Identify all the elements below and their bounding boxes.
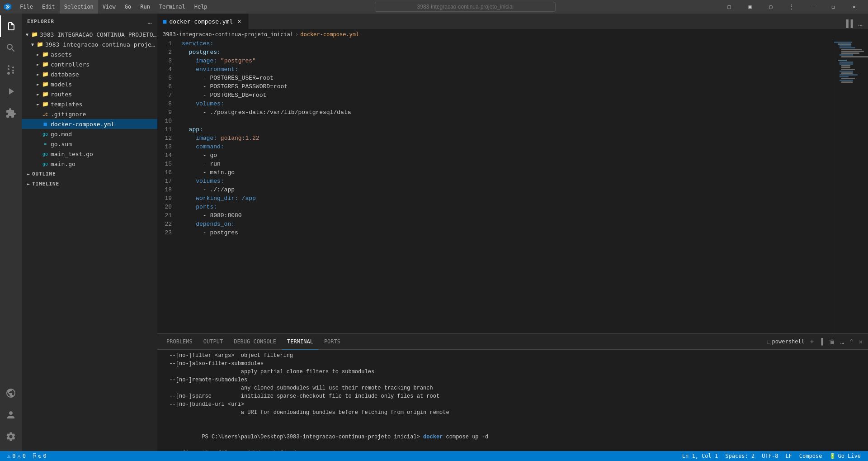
terminal-maximize-icon[interactable]: ⌃	[848, 337, 855, 346]
line-num-4: 4	[157, 65, 175, 74]
gosum-file-icon: =	[42, 140, 49, 147]
status-eol[interactable]: LF	[782, 451, 795, 461]
code-line-10	[182, 117, 832, 125]
extensions-icon[interactable]	[0, 102, 22, 124]
search-icon[interactable]	[0, 37, 22, 59]
sidebar-item-gomod[interactable]: ► go go.mod	[22, 129, 157, 139]
sidebar-item-assets[interactable]: ► 📁 assets	[22, 49, 157, 59]
tab-debug-console[interactable]: DEBUG CONSOLE	[228, 334, 282, 350]
term-args: compose up -d	[443, 434, 488, 440]
line-num-9: 9	[157, 108, 175, 117]
sidebar-item-models[interactable]: ► 📁 models	[22, 79, 157, 89]
sidebar-item-docker-compose[interactable]: ► ■ docker-compose.yml	[22, 119, 157, 129]
new-file-icon[interactable]: …	[147, 17, 152, 26]
split-terminal-icon[interactable]: ▐	[817, 337, 825, 346]
models-chevron-icon: ►	[34, 81, 42, 88]
menu-terminal[interactable]: Terminal	[155, 0, 190, 14]
sidebar-item-gitignore[interactable]: ► ⎇ .gitignore	[22, 109, 157, 119]
close-button[interactable]: ✕	[844, 0, 864, 14]
controllers-label: controllers	[51, 61, 157, 68]
menu-selection[interactable]: Selection	[60, 0, 98, 14]
line-num-12: 12	[157, 134, 175, 143]
status-branch[interactable]: ⍈ ↻ 0	[29, 451, 50, 461]
menu-run[interactable]: Run	[136, 0, 155, 14]
search-input[interactable]	[375, 2, 556, 12]
outline-section[interactable]: ► OUTLINE	[22, 169, 157, 179]
line-num-3: 3	[157, 57, 175, 65]
layout-icon[interactable]: ▣	[740, 0, 760, 14]
tab-ports[interactable]: PORTS	[319, 334, 346, 350]
status-line-col[interactable]: Ln 1, Col 1	[679, 451, 722, 461]
custom-layout-icon[interactable]: ⋮	[781, 0, 802, 14]
tab-terminal[interactable]: TERMINAL	[282, 334, 319, 350]
new-terminal-icon[interactable]: +	[808, 337, 816, 346]
explorer-icon[interactable]	[0, 15, 22, 37]
menu-go[interactable]: Go	[120, 0, 136, 14]
panel-icon[interactable]: ▢	[760, 0, 781, 14]
status-errors[interactable]: ⚠ 0 △ 0	[4, 451, 29, 461]
code-line-7: - POSTGRES_DB=root	[182, 91, 832, 100]
docker-label: docker-compose.yml	[51, 121, 157, 128]
sidebar-item-gosum[interactable]: ► = go.sum	[22, 139, 157, 149]
database-label: database	[51, 71, 157, 78]
tab-docker-compose[interactable]: ■ docker-compose.yml ✕	[157, 14, 249, 29]
line-num-17: 17	[157, 177, 175, 185]
maintest-label: main_test.go	[51, 151, 157, 157]
kill-terminal-icon[interactable]: 🗑	[827, 337, 837, 346]
breadcrumb-file[interactable]: docker-compose.yml	[300, 31, 359, 38]
templates-chevron-icon: ►	[34, 100, 42, 108]
remote-explorer-icon[interactable]	[0, 382, 22, 404]
menu-edit[interactable]: Edit	[38, 0, 60, 14]
line-num-6: 6	[157, 82, 175, 91]
minimize-button[interactable]: –	[802, 0, 823, 14]
maximize-button[interactable]: ◻	[823, 0, 844, 14]
sidebar-item-database[interactable]: ► 📁 database	[22, 69, 157, 79]
split-editor-icon[interactable]: ▐▐	[842, 19, 854, 29]
golive-text: Go Live	[838, 453, 861, 459]
menu-file[interactable]: File	[15, 0, 38, 14]
activity-bar	[0, 14, 22, 451]
eol-text: LF	[785, 453, 792, 459]
source-control-icon[interactable]	[0, 59, 22, 81]
tree-project[interactable]: ▼ 📁 3983-integracao-continua-projeto_i..…	[22, 39, 157, 49]
tree-root[interactable]: ▼ 📁 3983-INTEGRACAO-CONTINUA-PROJETO_I..…	[22, 29, 157, 39]
tab-close-icon[interactable]: ✕	[236, 18, 243, 25]
status-spaces[interactable]: Spaces: 2	[722, 451, 758, 461]
settings-icon[interactable]	[0, 426, 22, 447]
breadcrumb-project[interactable]: 3983-integracao-continua-projeto_inicial	[163, 31, 293, 38]
tab-output[interactable]: OUTPUT	[198, 334, 228, 350]
search-bar	[216, 2, 715, 12]
line-num-14: 14	[157, 151, 175, 160]
more-actions-icon[interactable]: …	[856, 19, 864, 29]
term-line-6: --[no-]sparse initialize sparse-checkout…	[163, 392, 863, 400]
timeline-section[interactable]: ► TIMELINE	[22, 179, 157, 189]
menu-help[interactable]: Help	[190, 0, 212, 14]
term-cmd-line: PS C:\Users\paulo\Desktop\3983-integraca…	[163, 425, 863, 449]
maintest-file-icon: go	[42, 150, 49, 157]
sidebar-item-templates[interactable]: ► 📁 templates	[22, 99, 157, 109]
status-language[interactable]: Compose	[796, 451, 826, 461]
terminal-more-icon[interactable]: …	[839, 337, 846, 346]
terminal-close-icon[interactable]: ✕	[857, 337, 864, 346]
sidebar-item-routes[interactable]: ► 📁 routes	[22, 89, 157, 99]
status-golive[interactable]: 🔋 Go Live	[826, 451, 864, 461]
sidebar-toggle-icon[interactable]: □	[719, 0, 740, 14]
window-controls: □ ▣ ▢ ⋮ – ◻ ✕	[719, 0, 864, 14]
code-content[interactable]: services: postgres: image: "postgres" en…	[180, 39, 832, 333]
status-encoding[interactable]: UTF-8	[758, 451, 782, 461]
sidebar-item-maintest[interactable]: ► go main_test.go	[22, 149, 157, 159]
main-layout: EXPLORER … ▼ 📁 3983-INTEGRACAO-CONTINUA-…	[0, 14, 868, 451]
term-line-3: apply partial clone filters to submodule…	[163, 368, 863, 376]
menu-view[interactable]: View	[98, 0, 120, 14]
accounts-icon[interactable]	[0, 404, 22, 426]
docker-file-icon: ■	[42, 120, 49, 128]
code-editor[interactable]: 1 2 3 4 5 6 7 8 9 10 11 12 13 14 15 16 1	[157, 39, 868, 333]
terminal-content[interactable]: --[no-]filter <args> object filtering --…	[157, 350, 868, 451]
tab-problems[interactable]: PROBLEMS	[161, 334, 198, 350]
tab-label: docker-compose.yml	[169, 18, 233, 25]
run-debug-icon[interactable]	[0, 81, 22, 102]
gitignore-label: .gitignore	[51, 111, 157, 118]
sidebar-item-maingo[interactable]: ► go main.go	[22, 159, 157, 169]
term-docker-cmd: docker	[423, 434, 443, 440]
sidebar-item-controllers[interactable]: ► 📁 controllers	[22, 59, 157, 69]
